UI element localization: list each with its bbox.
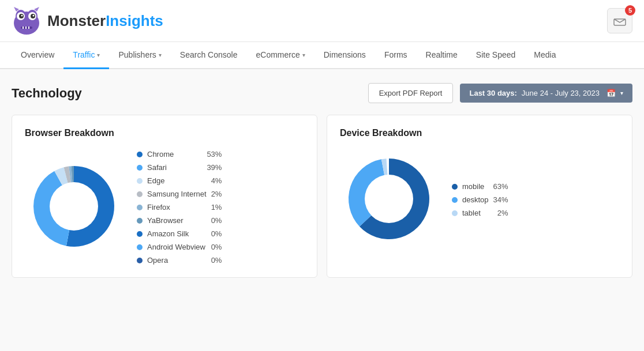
legend-item-samsung: Samsung Internet 2% <box>137 190 222 198</box>
svg-point-7 <box>21 15 23 17</box>
publishers-dropdown-arrow: ▾ <box>159 52 162 58</box>
browser-legend: Chrome 53% Safari 39% Edge 4% <box>137 150 222 265</box>
nav-item-dimensions[interactable]: Dimensions <box>314 42 375 69</box>
legend-item-tablet: tablet 2% <box>452 209 508 217</box>
legend-item-edge: Edge 4% <box>137 176 222 185</box>
notification-button[interactable]: 5 <box>607 8 632 33</box>
firefox-dot <box>137 205 143 210</box>
desktop-dot <box>452 197 458 203</box>
main-nav: Overview Traffic ▾ Publishers ▾ Search C… <box>0 42 644 69</box>
mobile-dot <box>452 184 458 190</box>
browser-chart-area: Chrome 53% Safari 39% Edge 4% <box>25 150 304 265</box>
nav-item-forms[interactable]: Forms <box>375 42 417 69</box>
date-dropdown-arrow: ▾ <box>620 90 623 96</box>
logo-monster-icon <box>12 6 42 36</box>
svg-point-8 <box>33 15 35 17</box>
device-legend: mobile 63% desktop 34% tablet 2% <box>452 182 508 217</box>
legend-item-amazon-silk: Amazon Silk 0% <box>137 229 222 238</box>
svg-point-16 <box>50 182 98 231</box>
browser-donut-chart <box>25 157 123 257</box>
amazonsilk-dot <box>137 231 143 237</box>
notification-badge: 5 <box>625 5 635 16</box>
androidwebview-dot <box>137 244 143 250</box>
svg-point-17 <box>365 175 413 223</box>
legend-item-safari: Safari 39% <box>137 163 222 172</box>
legend-item-firefox: Firefox 1% <box>137 203 222 212</box>
browser-breakdown-card: Browser Breakdown Chrome 53% Safari 39% <box>12 115 317 278</box>
nav-item-media[interactable]: Media <box>525 42 565 69</box>
legend-item-desktop: desktop 34% <box>452 195 508 204</box>
edge-dot <box>137 178 143 184</box>
date-range-label: Last 30 days: <box>469 89 516 97</box>
legend-item-mobile: mobile 63% <box>452 182 508 191</box>
export-pdf-button[interactable]: Export PDF Report <box>368 83 454 103</box>
safari-dot <box>137 165 143 171</box>
device-chart-area: mobile 63% desktop 34% tablet 2% <box>340 150 619 250</box>
svg-rect-13 <box>25 27 27 29</box>
legend-item-yabrowser: YaBrowser 0% <box>137 216 222 225</box>
chrome-dot <box>137 152 143 157</box>
legend-item-android-webview: Android Webview 0% <box>137 243 222 251</box>
device-breakdown-card: Device Breakdown mobile 63% desktop 34% <box>327 115 632 278</box>
nav-item-site-speed[interactable]: Site Speed <box>467 42 525 69</box>
legend-item-chrome: Chrome 53% <box>137 150 222 158</box>
page-title: Technology <box>12 86 82 101</box>
cards-row: Browser Breakdown Chrome 53% Safari 39% <box>12 115 632 278</box>
logo-text: MonsterInsights <box>47 12 163 30</box>
nav-item-overview[interactable]: Overview <box>12 42 63 69</box>
legend-item-opera: Opera 0% <box>137 256 222 265</box>
page-header: Technology Export PDF Report Last 30 day… <box>12 83 632 103</box>
header-actions: Export PDF Report Last 30 days: June 24 … <box>368 83 632 103</box>
calendar-icon: 📅 <box>606 89 616 97</box>
date-range-button[interactable]: Last 30 days: June 24 - July 23, 2023 📅 … <box>460 84 632 103</box>
inbox-icon <box>613 16 626 26</box>
traffic-dropdown-arrow: ▾ <box>97 52 100 58</box>
svg-rect-12 <box>23 27 24 29</box>
nav-item-ecommerce[interactable]: eCommerce ▾ <box>246 42 314 69</box>
device-donut-chart <box>340 150 438 250</box>
device-card-title: Device Breakdown <box>340 128 619 138</box>
nav-item-publishers[interactable]: Publishers ▾ <box>109 42 170 69</box>
yabrowser-dot <box>137 218 143 224</box>
logo-area: MonsterInsights <box>12 6 163 36</box>
date-range-value: June 24 - July 23, 2023 <box>522 89 600 97</box>
browser-card-title: Browser Breakdown <box>25 128 304 138</box>
main-content: Technology Export PDF Report Last 30 day… <box>0 69 644 351</box>
nav-item-realtime[interactable]: Realtime <box>417 42 467 69</box>
svg-rect-14 <box>28 27 29 29</box>
ecommerce-dropdown-arrow: ▾ <box>302 52 305 58</box>
app-header: MonsterInsights 5 <box>0 0 644 42</box>
opera-dot <box>137 258 143 263</box>
samsung-dot <box>137 191 143 197</box>
tablet-dot <box>452 210 458 216</box>
nav-item-traffic[interactable]: Traffic ▾ <box>63 42 109 69</box>
nav-item-search-console[interactable]: Search Console <box>171 42 247 69</box>
